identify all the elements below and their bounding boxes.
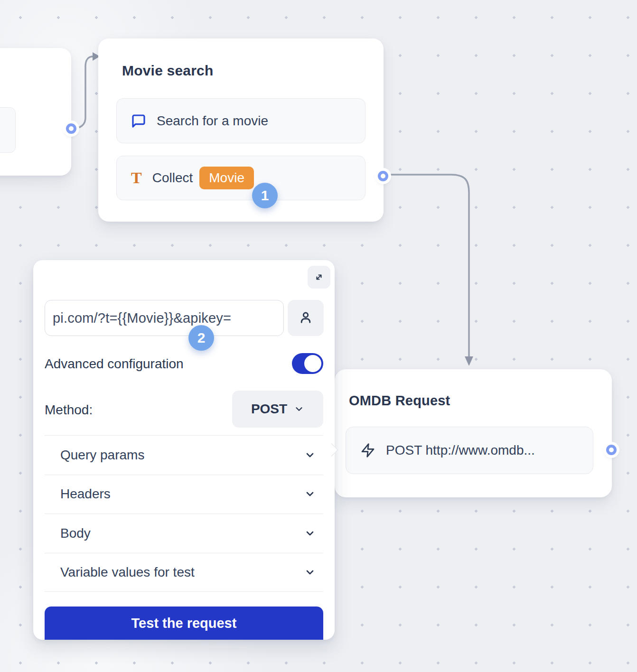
text-variable-icon: T [131, 170, 142, 186]
connector-left-to-movie-search [72, 56, 93, 129]
flow-canvas[interactable]: Movie search Search for a movie T Collec… [0, 0, 637, 672]
expand-button[interactable] [308, 266, 330, 289]
variable-badge: Movie [199, 167, 254, 189]
expand-icon [313, 271, 325, 283]
node-item-partial[interactable] [0, 107, 16, 153]
connector-movie-search-to-omdb [388, 175, 469, 357]
section-body[interactable]: Body [45, 513, 323, 553]
step-badge-1: 1 [252, 183, 278, 208]
step-badge-2: 2 [188, 325, 214, 351]
node-card-omdb-request[interactable]: OMDB Request POST http://www.omdb... [335, 369, 612, 497]
zap-icon [360, 443, 375, 458]
node-item-collect-movie[interactable]: T CollectMovie [116, 156, 365, 200]
advanced-configuration-label: Advanced configuration [45, 356, 184, 372]
node-item-label: Search for a movie [157, 113, 268, 129]
message-square-icon [131, 113, 146, 129]
node-title: Movie search [122, 63, 214, 79]
chevron-down-icon [304, 449, 316, 461]
chevron-down-icon [304, 488, 316, 500]
node-item-label: CollectMovie [152, 167, 254, 189]
method-value: POST [251, 401, 287, 417]
output-port-movie-search[interactable] [378, 171, 388, 181]
toggle-knob [304, 355, 321, 372]
node-card-partial[interactable] [0, 48, 71, 176]
chevron-down-icon [304, 567, 316, 578]
node-item-label: POST http://www.omdb... [386, 443, 535, 458]
arrowhead-down-icon [465, 356, 473, 366]
section-query-params[interactable]: Query params [45, 435, 323, 475]
chevron-down-icon [304, 528, 316, 539]
url-input[interactable] [45, 300, 284, 336]
method-select[interactable]: POST [232, 391, 323, 428]
node-item-search-for-movie[interactable]: Search for a movie [116, 98, 365, 143]
node-title: OMDB Request [349, 393, 450, 409]
chevron-down-icon [294, 404, 304, 414]
user-variable-button[interactable] [288, 300, 324, 336]
node-card-movie-search[interactable]: Movie search Search for a movie T Collec… [98, 38, 384, 222]
output-port-partial-node[interactable] [66, 123, 76, 134]
section-headers[interactable]: Headers [45, 475, 323, 514]
webhook-config-panel: 2 Advanced configuration Method: POST Qu… [33, 260, 335, 640]
section-variable-values[interactable]: Variable values for test [45, 553, 323, 592]
test-request-button[interactable]: Test the request [45, 607, 323, 640]
user-icon [298, 310, 314, 326]
output-port-omdb-request[interactable] [606, 445, 617, 455]
method-label: Method: [45, 402, 93, 418]
node-item-omdb-post[interactable]: POST http://www.omdb... [346, 427, 593, 474]
advanced-configuration-toggle[interactable] [292, 353, 323, 374]
accordion-sections: Query params Headers Body Variable value… [45, 435, 323, 592]
